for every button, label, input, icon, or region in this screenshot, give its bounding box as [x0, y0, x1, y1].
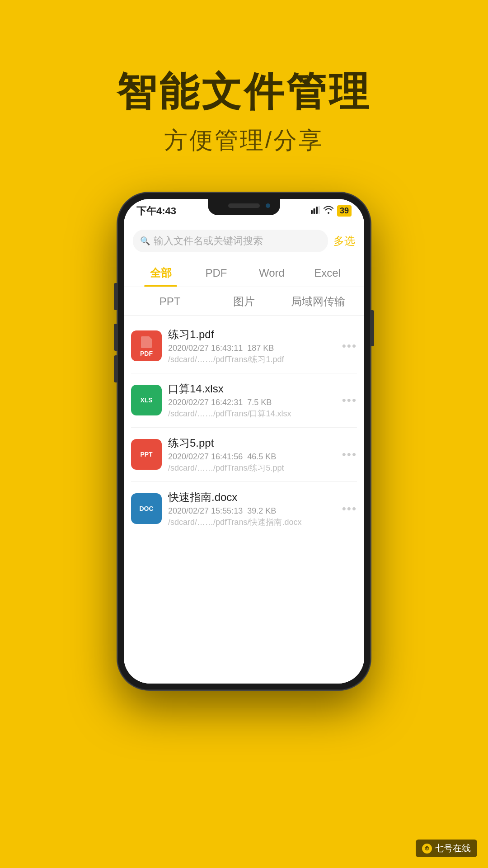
- tab-pdf[interactable]: PDF: [188, 259, 244, 286]
- file-icon-xlsx: XLS: [131, 385, 162, 415]
- file-info: 快速指南.docx 2020/02/27 15:55:13 39.2 KB /s…: [168, 490, 336, 528]
- file-meta: 2020/02/27 15:55:13 39.2 KB: [168, 506, 336, 516]
- file-path: /sdcard/……/pdfTrans/口算14.xlsx: [168, 408, 336, 419]
- file-meta: 2020/02/27 16:42:31 7.5 KB: [168, 398, 336, 407]
- file-info: 练习5.ppt 2020/02/27 16:41:56 46.5 KB /sdc…: [168, 436, 336, 473]
- file-info: 口算14.xlsx 2020/02/27 16:42:31 7.5 KB /sd…: [168, 382, 336, 419]
- file-more-button[interactable]: •••: [342, 393, 357, 407]
- file-path: /sdcard/……/pdfTrans/练习5.ppt: [168, 462, 336, 473]
- battery-badge: 39: [337, 205, 352, 217]
- file-info: 练习1.pdf 2020/02/27 16:43:11 187 KB /sdca…: [168, 327, 336, 365]
- tabs-row1: 全部 PDF Word Excel: [124, 259, 364, 287]
- hero-subtitle: 方便管理/分享: [0, 125, 488, 156]
- file-name: 练习5.ppt: [168, 436, 336, 450]
- file-icon-pdf: PDF: [131, 330, 162, 361]
- file-icon-docx: DOC: [131, 493, 162, 524]
- file-list: PDF 练习1.pdf 2020/02/27 16:43:11 187 KB /…: [124, 319, 364, 684]
- status-bar: 下午4:43: [124, 199, 364, 223]
- file-name: 口算14.xlsx: [168, 382, 336, 396]
- svg-rect-0: [311, 210, 313, 214]
- file-meta: 2020/02/27 16:41:56 46.5 KB: [168, 452, 336, 462]
- file-meta: 2020/02/27 16:43:11 187 KB: [168, 344, 336, 353]
- file-path: /sdcard/……/pdfTrans/快速指南.docx: [168, 517, 336, 528]
- search-placeholder: 输入文件名或关键词搜索: [154, 234, 263, 248]
- phone-wrapper: 下午4:43: [0, 193, 488, 690]
- phone-inner: 下午4:43: [124, 199, 364, 684]
- phone-outer: 下午4:43: [117, 193, 371, 690]
- multiselect-button[interactable]: 多选: [333, 234, 355, 248]
- tab-all[interactable]: 全部: [133, 259, 188, 287]
- notch: [208, 199, 280, 215]
- svg-rect-2: [316, 207, 318, 214]
- file-name: 练习1.pdf: [168, 327, 336, 342]
- tab-excel[interactable]: Excel: [300, 259, 355, 286]
- watermark-icon: ©: [422, 844, 432, 854]
- list-item[interactable]: XLS 口算14.xlsx 2020/02/27 16:42:31 7.5 KB…: [131, 373, 357, 428]
- search-icon: 🔍: [140, 236, 150, 246]
- tab-word[interactable]: Word: [244, 259, 300, 286]
- notch-dot: [266, 203, 270, 208]
- wifi-icon: [324, 206, 333, 216]
- notch-speaker: [228, 203, 260, 208]
- watermark: © 七号在线: [416, 840, 477, 857]
- list-item[interactable]: DOC 快速指南.docx 2020/02/27 15:55:13 39.2 K…: [131, 482, 357, 536]
- search-bar: 🔍 输入文件名或关键词搜索 多选: [124, 223, 364, 259]
- hero-section: 智能文件管理 方便管理/分享: [0, 0, 488, 156]
- svg-rect-3: [318, 206, 320, 214]
- tabs-row2: PPT 图片 局域网传输: [124, 287, 364, 316]
- file-more-button[interactable]: •••: [342, 448, 357, 462]
- watermark-text: 七号在线: [435, 842, 471, 854]
- status-icons: 39: [311, 205, 352, 217]
- file-path: /sdcard/……/pdfTrans/练习1.pdf: [168, 354, 336, 365]
- file-more-button[interactable]: •••: [342, 339, 357, 353]
- app-content: 🔍 输入文件名或关键词搜索 多选 全部 PDF Word Excel PPT 图…: [124, 223, 364, 684]
- file-name: 快速指南.docx: [168, 490, 336, 505]
- list-item[interactable]: PDF 练习1.pdf 2020/02/27 16:43:11 187 KB /…: [131, 319, 357, 373]
- search-input-wrap[interactable]: 🔍 输入文件名或关键词搜索: [133, 230, 328, 252]
- file-more-button[interactable]: •••: [342, 502, 357, 516]
- file-icon-ppt: PPT: [131, 439, 162, 470]
- tab-image[interactable]: 图片: [207, 287, 281, 315]
- status-time: 下午4:43: [136, 204, 176, 218]
- tab-ppt[interactable]: PPT: [133, 288, 207, 314]
- signal-icon: [311, 206, 320, 216]
- tab-lan[interactable]: 局域网传输: [281, 287, 355, 315]
- list-item[interactable]: PPT 练习5.ppt 2020/02/27 16:41:56 46.5 KB …: [131, 428, 357, 482]
- hero-title: 智能文件管理: [0, 68, 488, 116]
- svg-rect-1: [313, 208, 315, 214]
